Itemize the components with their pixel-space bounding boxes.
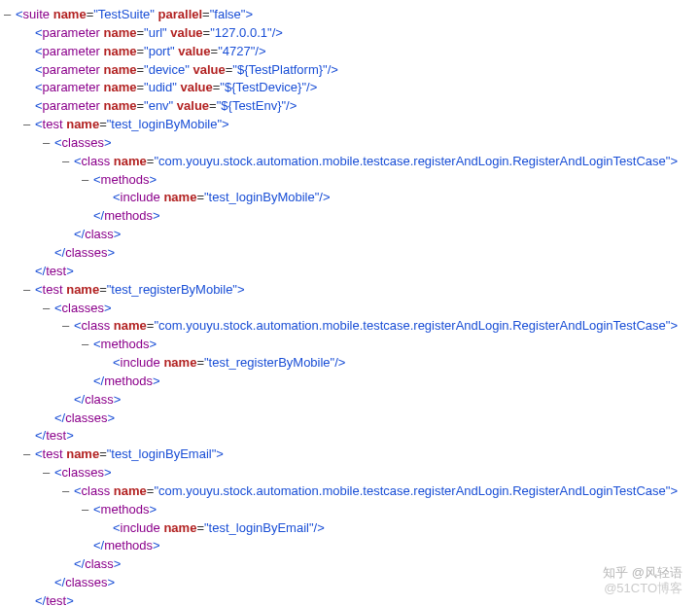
collapse-icon[interactable]: – xyxy=(82,501,93,519)
xml-value: "test_loginByMobile" xyxy=(107,117,222,131)
xml-tag: include xyxy=(121,190,160,204)
xml-value: "url" xyxy=(144,25,167,40)
xml-attr: name xyxy=(103,25,136,40)
collapse-icon[interactable]: – xyxy=(4,6,16,24)
xml-tag: parameter xyxy=(43,98,100,113)
classes-open: – <classes> xyxy=(4,464,700,482)
xml-tag: parameter xyxy=(43,62,100,77)
class-open: – <class name="com.youyu.stock.automatio… xyxy=(4,317,700,336)
class-close: </class> xyxy=(4,555,700,574)
xml-value: "com.youyu.stock.automation.mobile.testc… xyxy=(154,318,670,333)
class-close: </class> xyxy=(4,391,700,410)
parameter: <parameter name="env" value="${TestEnv}"… xyxy=(4,97,700,116)
methods-open: – <methods> xyxy=(4,501,700,519)
xml-attr: value xyxy=(178,44,210,58)
xml-attr: name xyxy=(163,520,196,535)
methods-close: </methods> xyxy=(4,207,700,226)
xml-tag: suite xyxy=(23,7,50,21)
xml-tag: test xyxy=(43,282,63,297)
xml-tag: include xyxy=(121,355,160,370)
xml-attr: value xyxy=(192,62,225,77)
include: <include name="test_loginByMobile"/> xyxy=(4,189,700,207)
xml-attr: name xyxy=(53,7,87,21)
xml-attr: name xyxy=(66,117,99,131)
test-open: – <test name="test_loginByEmail"> xyxy=(4,446,700,464)
xml-attr: name xyxy=(114,483,147,498)
xml-value: "udid" xyxy=(144,80,177,94)
collapse-icon[interactable]: – xyxy=(23,446,35,464)
test-close: </test> xyxy=(4,427,700,446)
xml-value: "false" xyxy=(210,7,246,21)
xml-tag: test xyxy=(46,264,66,278)
collapse-icon[interactable]: – xyxy=(43,464,54,482)
xml-attr: parallel xyxy=(158,7,203,21)
xml-tag: class xyxy=(82,154,111,168)
xml-tag: test xyxy=(43,446,63,461)
xml-tag: class xyxy=(85,556,114,571)
xml-attr: name xyxy=(163,190,196,204)
collapse-icon[interactable]: – xyxy=(62,153,74,171)
xml-tag: methods xyxy=(104,208,153,223)
xml-attr: value xyxy=(180,80,212,94)
collapse-icon[interactable]: – xyxy=(62,482,74,501)
xml-value: "TestSuite" xyxy=(93,7,155,21)
parameter: <parameter name="udid" value="${TestDevi… xyxy=(4,79,700,97)
xml-value: "device" xyxy=(144,62,190,77)
xml-value: "com.youyu.stock.automation.mobile.testc… xyxy=(154,154,670,168)
xml-attr: name xyxy=(114,318,147,333)
xml-tag: class xyxy=(85,227,114,241)
xml-value: "${TestEnv}" xyxy=(217,98,286,113)
collapse-icon[interactable]: – xyxy=(23,116,35,134)
methods-open: – <methods> xyxy=(4,336,700,354)
xml-tag: classes xyxy=(62,301,104,315)
collapse-icon[interactable]: – xyxy=(23,281,35,300)
xml-value: "com.youyu.stock.automation.mobile.testc… xyxy=(154,483,670,498)
xml-tag: parameter xyxy=(43,25,100,40)
include: <include name="test_registerByMobile"/> xyxy=(4,354,700,373)
xml-attr: name xyxy=(66,282,99,297)
class-open: – <class name="com.youyu.stock.automatio… xyxy=(4,482,700,501)
xml-attr: name xyxy=(103,80,136,94)
xml-tag: class xyxy=(82,318,111,333)
xml-tag: include xyxy=(121,520,160,535)
test-open: – <test name="test_registerByMobile"> xyxy=(4,281,700,300)
xml-tag: classes xyxy=(65,575,107,589)
xml-tag: classes xyxy=(65,410,107,425)
xml-attr: value xyxy=(170,25,202,40)
classes-close: </classes> xyxy=(4,574,700,592)
classes-close: </classes> xyxy=(4,410,700,428)
methods-open: – <methods> xyxy=(4,171,700,190)
xml-value: "${TestDevice}" xyxy=(220,80,306,94)
methods-close: </methods> xyxy=(4,373,700,391)
xml-tag: classes xyxy=(65,245,107,260)
xml-tag: test xyxy=(46,593,66,606)
class-close: </class> xyxy=(4,226,700,244)
xml-tag: methods xyxy=(101,337,150,351)
test-close: </test> xyxy=(4,263,700,281)
xml-value: "test_registerByMobile" xyxy=(204,355,334,370)
xml-value: "test_loginByEmail" xyxy=(204,520,314,535)
class-open: – <class name="com.youyu.stock.automatio… xyxy=(4,153,700,171)
suite-open: – <suite name="TestSuite" parallel="fals… xyxy=(4,6,700,24)
collapse-icon[interactable]: – xyxy=(43,134,54,153)
methods-close: </methods> xyxy=(4,537,700,555)
test-close: </test> xyxy=(4,592,700,606)
collapse-icon[interactable]: – xyxy=(82,171,93,190)
xml-value: "test_loginByMobile" xyxy=(204,190,319,204)
xml-value: "4727" xyxy=(218,44,255,58)
xml-value: "test_registerByMobile" xyxy=(107,282,237,297)
collapse-icon[interactable]: – xyxy=(43,300,54,318)
collapse-icon[interactable]: – xyxy=(62,317,74,336)
xml-attr: name xyxy=(103,44,136,58)
parameter: <parameter name="device" value="${TestPl… xyxy=(4,61,700,80)
xml-viewer: – <suite name="TestSuite" parallel="fals… xyxy=(4,6,700,606)
xml-tag: classes xyxy=(62,135,104,150)
xml-tag: test xyxy=(43,117,63,131)
xml-attr: name xyxy=(103,98,136,113)
xml-tag: methods xyxy=(101,172,150,187)
parameter: <parameter name="url" value="127.0.0.1"/… xyxy=(4,24,700,43)
collapse-icon[interactable]: – xyxy=(82,336,93,354)
classes-close: </classes> xyxy=(4,244,700,263)
xml-attr: value xyxy=(177,98,209,113)
xml-tag: methods xyxy=(104,374,153,388)
